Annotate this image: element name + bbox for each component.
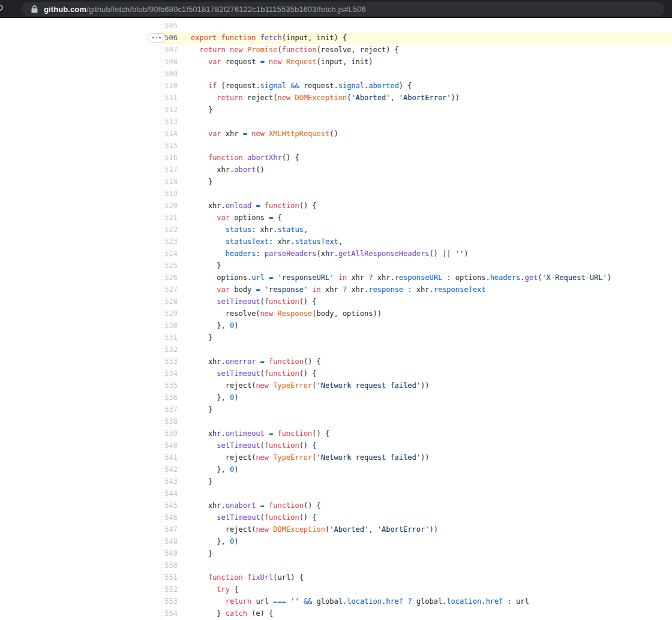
code-token: )	[234, 465, 238, 474]
line-number[interactable]: 505	[161, 20, 185, 32]
line-number[interactable]: 513	[161, 116, 185, 128]
address-pill[interactable]: github.com/github/fetch/blob/90fb680c1f5…	[22, 2, 665, 16]
code-token: (	[312, 453, 316, 462]
code-line	[185, 116, 191, 128]
code-line: try {	[185, 583, 239, 595]
code-line	[185, 20, 191, 32]
line-number[interactable]: 540	[161, 440, 185, 452]
code-row: 534 setTimeout(function() {	[161, 368, 672, 380]
line-number[interactable]: 525	[161, 260, 185, 272]
line-number[interactable]: 522	[161, 224, 185, 236]
line-number[interactable]: 512	[161, 104, 185, 116]
line-number[interactable]: 551	[161, 571, 185, 583]
code-token: ,	[338, 237, 343, 246]
line-number[interactable]: 547	[161, 523, 185, 535]
line-number[interactable]: 508	[161, 56, 185, 68]
code-line: }	[185, 547, 212, 559]
line-number[interactable]: 527	[161, 284, 185, 296]
line-number[interactable]: 520	[161, 200, 185, 212]
code-line: reject(new DOMException('Aborted', 'Abor…	[185, 523, 438, 535]
line-number[interactable]: 514	[161, 128, 185, 140]
line-number[interactable]: 510	[161, 80, 185, 92]
line-number[interactable]: 534	[161, 368, 185, 380]
ellipsis-dot	[159, 37, 161, 39]
line-number[interactable]: 548	[161, 535, 185, 547]
code-row: 532	[161, 344, 672, 356]
code-row: 543 }	[161, 475, 672, 487]
code-token: href	[386, 597, 403, 606]
line-number[interactable]: 528	[161, 296, 185, 308]
line-number[interactable]: 544	[161, 487, 185, 499]
code-token: :	[446, 273, 451, 282]
line-number[interactable]: 550	[161, 559, 185, 571]
code-line: reject(new TypeError('Network request fa…	[185, 452, 429, 464]
lock-icon[interactable]	[31, 5, 38, 13]
url-text[interactable]: github.com/github/fetch/blob/90fb680c1f5…	[44, 5, 366, 14]
code-token: resolve(	[191, 309, 260, 318]
line-number[interactable]: 532	[161, 344, 185, 356]
code-token: try	[217, 585, 230, 594]
code-row: 518 }	[161, 176, 672, 188]
line-number[interactable]: 553	[161, 595, 185, 607]
line-number[interactable]: 509	[161, 68, 185, 80]
code-row: 521 var options = {	[161, 212, 672, 224]
code-token: request.	[299, 82, 338, 90]
line-number[interactable]: 524	[161, 248, 185, 260]
code-line: setTimeout(function() {	[185, 368, 317, 380]
line-number[interactable]: 541	[161, 452, 185, 464]
code-line: return url === '' && global.location.hre…	[185, 595, 529, 607]
line-number[interactable]: 549	[161, 547, 185, 559]
line-number[interactable]: 507	[161, 44, 185, 56]
code-token	[191, 46, 199, 54]
code-token	[282, 58, 286, 66]
code-line: return new Promise(function(resolve, rej…	[185, 44, 399, 56]
code-token: abort	[234, 165, 256, 174]
code-line: var xhr = new XMLHttpRequest()	[185, 128, 338, 140]
line-number[interactable]: 542	[161, 464, 185, 475]
code-row: 549 }	[161, 547, 672, 559]
code-token: 'Aborted'	[329, 525, 368, 534]
line-number[interactable]: 554	[161, 607, 185, 619]
code-row: 535 reject(new TypeError('Network reques…	[161, 380, 672, 392]
code-token: =	[243, 130, 247, 138]
line-number[interactable]: 519	[161, 188, 185, 200]
line-number[interactable]: 531	[161, 332, 185, 344]
code-token	[191, 441, 217, 450]
line-number[interactable]: 539	[161, 428, 185, 440]
line-actions-button[interactable]	[148, 33, 166, 43]
code-token: ()	[429, 249, 442, 258]
code-row: 547 reject(new DOMException('Aborted', '…	[161, 523, 672, 535]
line-number[interactable]: 530	[161, 320, 185, 332]
code-token: (	[260, 297, 265, 306]
line-number[interactable]: 517	[161, 164, 185, 176]
code-token: )	[464, 249, 468, 258]
code-token: }	[191, 333, 212, 342]
code-line: if (request.signal && request.signal.abo…	[185, 80, 412, 92]
line-number[interactable]: 535	[161, 380, 185, 392]
line-number[interactable]: 521	[161, 212, 185, 224]
code-token: }	[191, 405, 212, 414]
line-number[interactable]: 526	[161, 272, 185, 284]
code-token: () {	[299, 441, 317, 450]
line-number[interactable]: 537	[161, 404, 185, 416]
code-token: function	[282, 46, 317, 54]
code-token: ()	[256, 165, 264, 174]
line-number[interactable]: 523	[161, 236, 185, 248]
line-number[interactable]: 529	[161, 308, 185, 320]
line-number[interactable]: 533	[161, 356, 185, 368]
code-row: 508 var request = new Request(input, ini…	[161, 56, 672, 68]
line-number[interactable]: 546	[161, 511, 185, 523]
line-number[interactable]: 518	[161, 176, 185, 188]
line-number[interactable]: 552	[161, 583, 185, 595]
line-number[interactable]: 516	[161, 152, 185, 164]
line-number[interactable]: 543	[161, 475, 185, 487]
line-number[interactable]: 545	[161, 499, 185, 511]
code-row: 520 xhr.onload = function() {	[161, 200, 672, 212]
line-number[interactable]: 538	[161, 416, 185, 428]
line-number[interactable]: 515	[161, 140, 185, 152]
code-token	[191, 573, 208, 582]
line-number[interactable]: 536	[161, 392, 185, 404]
reload-icon[interactable]: ⟳	[0, 2, 3, 14]
line-number[interactable]: 511	[161, 92, 185, 104]
code-token: () {	[282, 154, 299, 162]
